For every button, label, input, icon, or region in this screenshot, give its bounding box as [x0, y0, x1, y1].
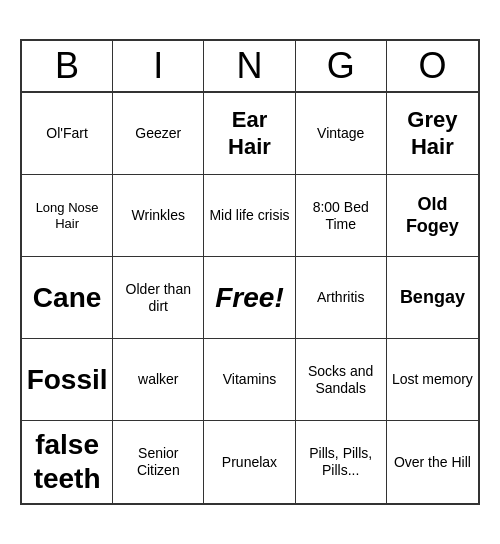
bingo-cell-8: 8:00 Bed Time [296, 175, 387, 257]
bingo-cell-21: Senior Citizen [113, 421, 204, 503]
bingo-cell-18: Socks and Sandals [296, 339, 387, 421]
bingo-cell-5: Long Nose Hair [22, 175, 113, 257]
bingo-cell-22: Prunelax [204, 421, 295, 503]
bingo-cell-20: false teeth [22, 421, 113, 503]
header-letter: B [22, 41, 113, 91]
bingo-cell-7: Mid life crisis [204, 175, 295, 257]
bingo-cell-11: Older than dirt [113, 257, 204, 339]
bingo-cell-6: Wrinkles [113, 175, 204, 257]
bingo-cell-17: Vitamins [204, 339, 295, 421]
bingo-header: BINGO [22, 41, 478, 93]
bingo-cell-16: walker [113, 339, 204, 421]
bingo-cell-13: Arthritis [296, 257, 387, 339]
bingo-grid: Ol'FartGeezerEar HairVintageGrey HairLon… [22, 93, 478, 503]
bingo-cell-0: Ol'Fart [22, 93, 113, 175]
bingo-cell-2: Ear Hair [204, 93, 295, 175]
bingo-cell-19: Lost memory [387, 339, 478, 421]
bingo-cell-12: Free! [204, 257, 295, 339]
header-letter: G [296, 41, 387, 91]
bingo-cell-9: Old Fogey [387, 175, 478, 257]
bingo-cell-23: Pills, Pills, Pills... [296, 421, 387, 503]
bingo-card: BINGO Ol'FartGeezerEar HairVintageGrey H… [20, 39, 480, 505]
bingo-cell-1: Geezer [113, 93, 204, 175]
header-letter: I [113, 41, 204, 91]
header-letter: N [204, 41, 295, 91]
header-letter: O [387, 41, 478, 91]
bingo-cell-10: Cane [22, 257, 113, 339]
bingo-cell-14: Bengay [387, 257, 478, 339]
bingo-cell-15: Fossil [22, 339, 113, 421]
bingo-cell-24: Over the Hill [387, 421, 478, 503]
bingo-cell-3: Vintage [296, 93, 387, 175]
bingo-cell-4: Grey Hair [387, 93, 478, 175]
